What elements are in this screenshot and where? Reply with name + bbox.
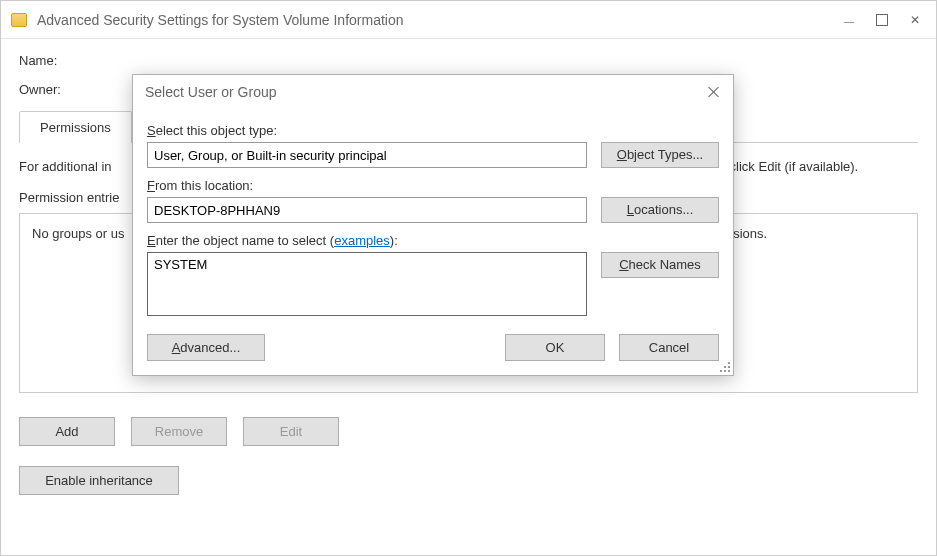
folder-icon (11, 13, 27, 27)
examples-link[interactable]: examples (334, 233, 390, 248)
enable-inheritance-button[interactable]: Enable inheritance (19, 466, 179, 495)
edit-button[interactable]: Edit (243, 417, 339, 446)
object-type-row: Object Types... (147, 142, 719, 168)
locations-button[interactable]: Locations... (601, 197, 719, 223)
location-field[interactable] (147, 197, 587, 223)
object-types-button[interactable]: Object Types... (601, 142, 719, 168)
add-button[interactable]: Add (19, 417, 115, 446)
dialog-titlebar[interactable]: Select User or Group (133, 75, 733, 109)
object-type-label: Select this object type: (147, 123, 719, 138)
object-type-label-rest: elect this object type: (156, 123, 277, 138)
tab-permissions[interactable]: Permissions (19, 111, 132, 143)
name-label: Name: (19, 53, 129, 68)
enter-object-name-label: Enter the object name to select (example… (147, 233, 719, 248)
parent-title: Advanced Security Settings for System Vo… (37, 12, 842, 28)
dialog-body: Select this object type: Object Types...… (133, 109, 733, 375)
permission-buttons-row: Add Remove Edit (19, 417, 918, 446)
object-type-field[interactable] (147, 142, 587, 168)
close-button[interactable] (908, 13, 922, 27)
check-names-button[interactable]: Check Names (601, 252, 719, 278)
resize-grip-icon[interactable] (718, 360, 730, 372)
perm-box-prefix: No groups or us (32, 226, 125, 241)
select-user-or-group-dialog: Select User or Group Select this object … (132, 74, 734, 376)
enter-name-prefix: nter the object name to select (156, 233, 327, 248)
location-label: From this location: (147, 178, 719, 193)
cancel-button[interactable]: Cancel (619, 334, 719, 361)
location-label-rest: rom this location: (155, 178, 253, 193)
location-row: Locations... (147, 197, 719, 223)
remove-button[interactable]: Remove (131, 417, 227, 446)
info-text-suffix: d click Edit (if available). (719, 159, 858, 174)
window-controls (842, 13, 922, 27)
dialog-button-row: Advanced... OK Cancel (147, 334, 719, 361)
dialog-close-button[interactable] (707, 85, 721, 99)
name-row: Name: (19, 53, 918, 68)
dialog-title: Select User or Group (145, 84, 707, 100)
minimize-button[interactable] (842, 13, 856, 27)
owner-label: Owner: (19, 82, 129, 97)
ok-button[interactable]: OK (505, 334, 605, 361)
maximize-button[interactable] (876, 14, 888, 26)
object-name-input[interactable] (147, 252, 587, 316)
advanced-button[interactable]: Advanced... (147, 334, 265, 361)
info-text-prefix: For additional in (19, 159, 112, 174)
parent-titlebar[interactable]: Advanced Security Settings for System Vo… (1, 1, 936, 39)
object-name-row: Check Names (147, 252, 719, 316)
